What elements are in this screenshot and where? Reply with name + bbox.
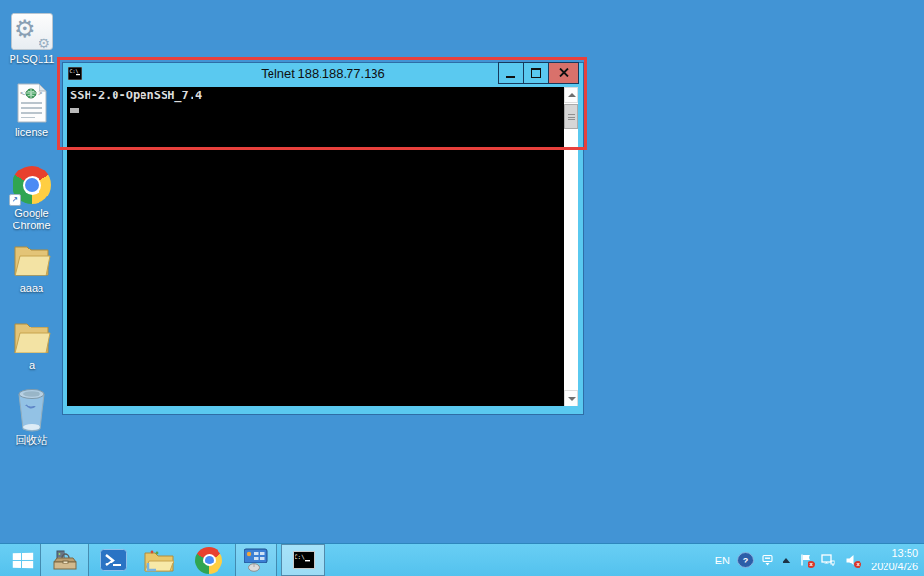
minimize-icon	[506, 76, 515, 78]
desktop-icon-label: a	[4, 359, 60, 372]
folder-icon	[4, 314, 60, 356]
maximize-icon	[531, 68, 541, 78]
taskbar: C:\ EN ? x	[0, 543, 924, 576]
desktop-icon-label: 回收站	[4, 434, 60, 447]
file-explorer-icon	[144, 548, 174, 572]
window-controls	[499, 62, 579, 84]
plsql-icon: ⚙ ⚙	[4, 8, 60, 50]
powershell-icon	[100, 549, 127, 571]
terminal-output[interactable]: SSH-2.0-OpenSSH_7.4	[67, 87, 564, 406]
start-button[interactable]	[6, 544, 38, 576]
clock-date: 2020/4/26	[871, 561, 918, 574]
ime-keyboard-icon[interactable]	[761, 554, 774, 567]
svg-text:<: <	[20, 89, 25, 98]
scrollbar-thumb[interactable]	[564, 104, 578, 129]
telnet-window: C:\ Telnet 188.188.77.136 SS	[62, 62, 584, 415]
scrollbar-grip-icon	[568, 114, 575, 120]
maximize-button[interactable]	[523, 62, 549, 84]
taskbar-item-cmd[interactable]: C:\	[281, 544, 325, 576]
server-manager-icon	[52, 549, 78, 572]
taskbar-item-powershell[interactable]	[96, 544, 131, 576]
desktop-icon-license[interactable]: < > license	[4, 81, 60, 139]
error-badge: x	[808, 561, 815, 568]
close-icon	[559, 68, 569, 77]
scroll-down-button[interactable]	[564, 390, 578, 406]
scroll-up-button[interactable]	[564, 87, 578, 103]
desktop-icon-recycle-bin[interactable]: 回收站	[4, 389, 60, 447]
desktop-icon-folder-aaaa[interactable]: aaaa	[4, 237, 60, 295]
svg-text:C:\: C:\	[295, 553, 305, 560]
license-document-icon: < >	[4, 81, 60, 123]
window-titlebar[interactable]: C:\ Telnet 188.188.77.136	[63, 63, 583, 87]
folder-icon	[4, 237, 60, 279]
cmd-icon: C:\	[293, 551, 315, 569]
desktop-icon-label: aaaa	[4, 282, 60, 295]
muted-badge: x	[854, 561, 861, 568]
windows-logo-icon	[13, 552, 33, 568]
desktop-icon-label: PLSQL11	[4, 53, 60, 65]
chevron-down-icon	[568, 397, 576, 401]
terminal-scrollbar[interactable]	[564, 87, 578, 406]
chevron-up-icon	[568, 93, 576, 97]
ime-help-icon[interactable]: ?	[737, 552, 754, 568]
volume-icon[interactable]: x	[845, 553, 860, 567]
clock-time: 13:50	[871, 547, 918, 561]
desktop-icon-chrome[interactable]: ↗ Google Chrome	[4, 162, 60, 231]
desktop-icon-label: Google Chrome	[4, 207, 60, 231]
show-hidden-icons-button[interactable]	[782, 558, 791, 563]
desktop-icon-plsql11[interactable]: ⚙ ⚙ PLSQL11	[4, 8, 60, 65]
desktop: ⚙ ⚙ PLSQL11 < > license	[0, 0, 924, 576]
desktop-icon-folder-a[interactable]: a	[4, 314, 60, 372]
terminal-cursor	[70, 108, 79, 113]
action-center-flag-icon[interactable]: x	[799, 553, 813, 567]
network-icon[interactable]	[821, 553, 837, 567]
svg-text:>: >	[38, 89, 42, 98]
remote-desktop-icon	[244, 548, 269, 572]
recycle-bin-icon	[4, 389, 60, 432]
shortcut-arrow-icon: ↗	[9, 194, 21, 206]
terminal-text: SSH-2.0-OpenSSH_7.4	[70, 89, 202, 102]
close-button[interactable]	[548, 62, 579, 84]
taskbar-item-chrome[interactable]	[191, 544, 227, 576]
language-indicator[interactable]: EN	[715, 555, 730, 566]
chrome-icon	[195, 547, 222, 574]
chrome-icon: ↗	[4, 162, 60, 204]
taskbar-item-file-explorer[interactable]	[141, 544, 177, 576]
system-tray: EN ? x	[715, 544, 918, 576]
taskbar-item-remote-desktop[interactable]	[235, 544, 277, 576]
taskbar-item-server-manager[interactable]	[40, 544, 89, 576]
minimize-button[interactable]	[498, 62, 524, 84]
taskbar-clock[interactable]: 13:50 2020/4/26	[871, 547, 918, 574]
desktop-icon-label: license	[4, 126, 60, 139]
